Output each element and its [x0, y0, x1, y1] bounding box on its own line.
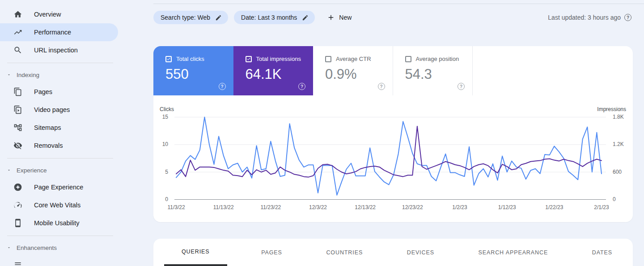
x-axis-tick-label: 1/22/23	[545, 204, 563, 210]
sidebar-item-label: Video pages	[34, 106, 70, 113]
tab-label: SEARCH APPEARANCE	[479, 249, 548, 256]
home-icon	[13, 10, 22, 19]
x-axis-ticks: 11/3/2211/13/2211/23/2212/3/2212/13/2212…	[174, 204, 606, 211]
chevron-down-icon	[7, 245, 11, 250]
right-axis-title: Impressions	[597, 106, 626, 112]
search-type-filter-chip[interactable]: Search type: Web	[153, 11, 228, 24]
last-updated: Last updated: 3 hours ago	[548, 14, 631, 21]
y-axis-tick-label: 10	[155, 141, 168, 147]
x-axis-tick-label: 1/12/23	[498, 204, 516, 210]
sidebar-item-label: Removals	[34, 142, 63, 149]
tab-label: COUNTRIES	[326, 249, 363, 256]
sidebar-section-enhancements[interactable]: Enhancements	[0, 240, 148, 256]
y-axis-tick-label: 1.8K	[613, 114, 631, 120]
tab-devices[interactable]: DEVICES	[397, 239, 444, 266]
sidebar-item-pages[interactable]: Pages	[0, 83, 148, 101]
x-axis-tick-label: 11/3/22	[167, 204, 185, 210]
x-axis-tick-label: 2/1/23	[594, 204, 609, 210]
visibility-off-icon	[13, 141, 22, 150]
plus-icon	[327, 13, 335, 21]
date-filter-chip[interactable]: Date: Last 3 months	[234, 11, 315, 24]
search-icon	[13, 46, 22, 55]
sidebar-item-label: Pages	[34, 88, 52, 95]
sidebar-item-core-web-vitals[interactable]: Core Web Vitals	[0, 196, 148, 214]
sidebar-item-label: Page Experience	[34, 184, 83, 191]
sidebar-item-label: Core Web Vitals	[34, 202, 80, 209]
x-axis-tick-label: 11/13/22	[213, 204, 234, 210]
performance-chart: Clicks Impressions 151050 1.8K1.2K6000 1…	[153, 46, 633, 222]
sidebar-item-page-experience[interactable]: Page Experience	[0, 178, 148, 196]
edit-pencil-icon	[302, 14, 309, 21]
enhancement-icon	[13, 260, 22, 266]
sidebar-item-overview[interactable]: Overview	[0, 5, 148, 23]
chip-label: Search type: Web	[161, 14, 210, 21]
chevron-down-icon	[7, 73, 11, 77]
tab-label: PAGES	[261, 249, 282, 256]
x-axis-tick-label: 12/13/22	[355, 204, 376, 210]
pages-icon	[13, 87, 22, 96]
help-icon[interactable]	[624, 14, 631, 21]
performance-summary-card: Total clicks 550 Total impressions 64.1K…	[153, 46, 633, 222]
sidebar-item-sitemaps[interactable]: Sitemaps	[0, 119, 148, 137]
sidebar-item-label: URL inspection	[34, 47, 78, 54]
dimension-tabs-card: QUERIES PAGES COUNTRIES DEVICES SEARCH A…	[153, 239, 633, 266]
sidebar-section-label: Enhancements	[17, 245, 57, 251]
tab-label: QUERIES	[182, 249, 210, 255]
header-divider	[153, 4, 644, 4]
tab-queries[interactable]: QUERIES	[164, 239, 227, 266]
last-updated-text: Last updated: 3 hours ago	[548, 14, 621, 21]
page-experience-icon	[13, 183, 22, 192]
y-axis-tick-label: 600	[613, 169, 631, 175]
filter-bar: Search type: Web Date: Last 3 months New…	[153, 11, 631, 24]
sidebar-section-label: Indexing	[17, 72, 39, 78]
x-axis-tick-label: 11/23/22	[260, 204, 281, 210]
left-axis-title: Clicks	[160, 106, 174, 112]
sidebar-item-label: Sitemaps	[34, 124, 61, 131]
smartphone-icon	[13, 219, 22, 227]
tab-pages[interactable]: PAGES	[251, 239, 292, 266]
x-axis-tick-label: 1/2/23	[452, 204, 467, 210]
y-axis-tick-label: 0	[613, 196, 631, 202]
sidebar-divider	[7, 158, 113, 159]
sidebar-divider	[7, 63, 113, 63]
sidebar-item-performance[interactable]: Performance	[0, 23, 118, 41]
y-axis-tick-label: 1.2K	[613, 141, 631, 147]
performance-chart-plot[interactable]	[174, 117, 606, 200]
new-filter-button[interactable]: New	[327, 13, 352, 21]
x-axis-tick-label: 12/3/22	[309, 204, 327, 210]
tab-search-appearance[interactable]: SEARCH APPEARANCE	[469, 239, 558, 266]
sidebar-section-indexing[interactable]: Indexing	[0, 67, 148, 83]
chevron-down-icon	[7, 168, 11, 172]
sidebar-divider	[7, 236, 113, 236]
y-axis-tick-label: 0	[155, 196, 168, 202]
tab-label: DATES	[592, 249, 612, 256]
sidebar-item-label: Overview	[34, 11, 61, 18]
sidebar-item-label: Mobile Usability	[34, 219, 80, 227]
sidebar-section-label: Experience	[17, 167, 47, 174]
sidebar-item-video-pages[interactable]: Video pages	[0, 101, 148, 119]
y-axis-tick-label: 15	[155, 114, 168, 120]
tab-countries[interactable]: COUNTRIES	[316, 239, 373, 266]
sidebar: Overview Performance URL inspection Inde…	[0, 0, 148, 266]
new-button-label: New	[339, 14, 352, 21]
x-axis-tick-label: 12/23/22	[402, 204, 423, 210]
sitemap-icon	[13, 123, 22, 132]
tab-dates[interactable]: DATES	[582, 239, 622, 266]
sidebar-item-label: Performance	[34, 29, 71, 36]
sidebar-section-experience[interactable]: Experience	[0, 162, 148, 178]
tab-label: DEVICES	[407, 249, 434, 256]
edit-pencil-icon	[215, 14, 222, 21]
trending-up-icon	[13, 28, 22, 37]
y-axis-tick-label: 5	[155, 169, 168, 175]
sidebar-item-mobile-usability[interactable]: Mobile Usability	[0, 214, 148, 232]
chip-label: Date: Last 3 months	[241, 14, 297, 21]
sidebar-item-removals[interactable]: Removals	[0, 137, 148, 154]
speed-gauge-icon	[13, 201, 22, 210]
sidebar-item-url-inspection[interactable]: URL inspection	[0, 41, 148, 59]
dimension-tabs: QUERIES PAGES COUNTRIES DEVICES SEARCH A…	[153, 239, 633, 266]
sidebar-item-enhancement-stub[interactable]	[0, 256, 148, 266]
video-page-icon	[13, 105, 22, 114]
